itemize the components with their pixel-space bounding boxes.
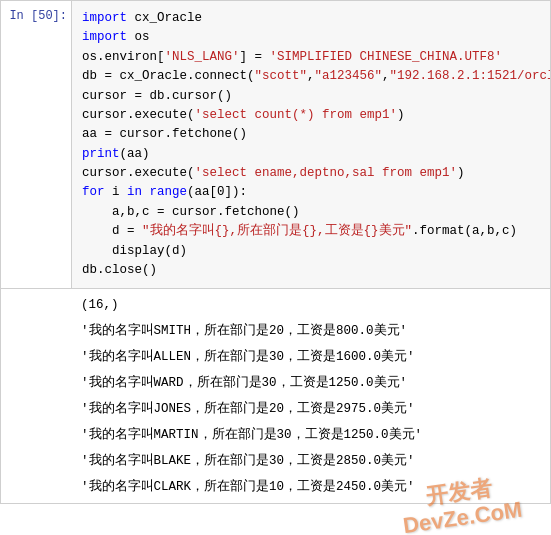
code-block: import cx_Oracleimport osos.environ['NLS… xyxy=(82,9,540,280)
output-content: (16,) '我的名字叫SMITH，所在部门是20，工资是800.0美元' '我… xyxy=(71,289,550,503)
cell-label-text: In [50]: xyxy=(9,9,67,23)
output-label xyxy=(1,289,71,503)
cell-input[interactable]: import cx_Oracleimport osos.environ['NLS… xyxy=(71,1,550,288)
cell-label: In [50]: xyxy=(1,1,71,288)
code-cell: In [50]: import cx_Oracleimport osos.env… xyxy=(0,0,551,289)
notebook-container: In [50]: import cx_Oracleimport osos.env… xyxy=(0,0,551,535)
output-section: (16,) '我的名字叫SMITH，所在部门是20，工资是800.0美元' '我… xyxy=(0,289,551,504)
